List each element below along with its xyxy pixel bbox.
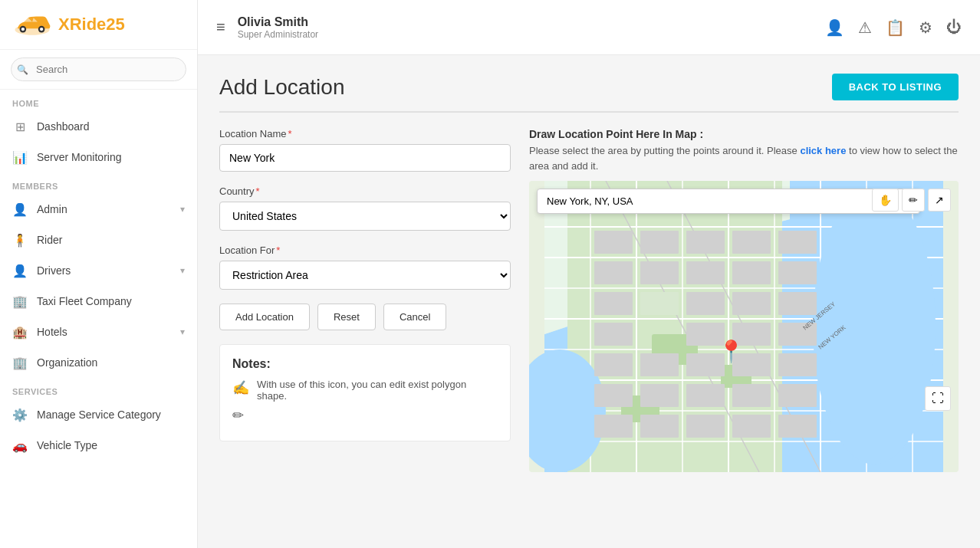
sidebar-item-dashboard[interactable]: ⊞ Dashboard [0, 111, 197, 142]
svg-rect-58 [640, 384, 679, 407]
svg-rect-36 [640, 261, 679, 284]
sidebar-item-label: Dashboard [37, 120, 90, 133]
menu-icon[interactable]: ≡ [216, 18, 225, 36]
sidebar-item-label: Organization [37, 356, 97, 369]
svg-rect-37 [594, 292, 633, 315]
cancel-button[interactable]: Cancel [383, 304, 446, 330]
location-for-label: Location For* [219, 244, 511, 256]
sidebar-item-manage-service-category[interactable]: ⚙️ Manage Service Category [0, 399, 197, 430]
svg-rect-46 [732, 292, 771, 315]
required-mark: * [276, 244, 280, 256]
svg-rect-56 [778, 353, 817, 376]
map-background: NEW JERSEY NEW YORK [529, 181, 959, 472]
search-input[interactable] [11, 57, 186, 81]
section-label-home: HOME [0, 90, 197, 111]
sidebar-item-vehicle-type[interactable]: 🚗 Vehicle Type [0, 430, 197, 461]
map-header: Draw Location Point Here In Map : [529, 128, 959, 140]
page-content: Add Location BACK TO LISTING Location Na… [198, 55, 980, 548]
map-search-area [537, 189, 920, 214]
location-for-group: Location For* Restriction Area Service A… [219, 244, 511, 290]
svg-rect-59 [686, 384, 725, 407]
svg-rect-44 [594, 323, 633, 346]
sidebar-item-taxi-fleet[interactable]: 🏢 Taxi Fleet Company [0, 286, 197, 317]
vehicle-type-icon: 🚗 [12, 438, 28, 453]
svg-point-4 [40, 28, 43, 31]
sidebar-item-organization[interactable]: 🏢 Organization [0, 347, 197, 378]
country-group: Country* United States Canada United Kin… [219, 185, 511, 231]
admin-icon: 👤 [12, 202, 28, 217]
back-to-listing-button[interactable]: BACK TO LISTING [832, 74, 959, 100]
sidebar-item-label: Rider [37, 234, 62, 246]
line-tool-button[interactable]: ↗ [928, 189, 951, 212]
profile-icon[interactable]: 👤 [825, 18, 844, 37]
sidebar-item-label: Vehicle Type [37, 439, 97, 451]
svg-rect-51 [594, 353, 633, 376]
taxi-fleet-icon: 🏢 [12, 294, 28, 309]
dashboard-icon: ⊞ [12, 119, 28, 134]
location-for-select[interactable]: Restriction Area Service Area Pickup Are… [219, 261, 511, 290]
click-here-link[interactable]: click here [800, 145, 846, 156]
fullscreen-button[interactable]: ⛶ [925, 386, 951, 411]
svg-rect-49 [778, 292, 817, 315]
svg-rect-61 [778, 384, 817, 407]
svg-rect-40 [732, 261, 771, 284]
required-mark: * [288, 128, 291, 139]
svg-rect-43 [732, 231, 771, 254]
map-tool-buttons: ✋ ✏ ↗ [872, 189, 951, 212]
user-name: Olivia Smith [238, 15, 813, 29]
form-panel: Location Name* Country* United States Ca… [219, 128, 511, 472]
sidebar-item-label: Drivers [37, 264, 71, 277]
map-subtext: Please select the area by putting the po… [529, 143, 959, 173]
svg-rect-41 [778, 231, 817, 254]
draw-icon: ✏ [232, 407, 244, 424]
sidebar-item-label: Admin [37, 203, 67, 215]
notes-item-0: ✍ With use of this icon, you can edit ex… [232, 379, 498, 402]
sidebar-item-drivers[interactable]: 👤 Drivers ▾ [0, 255, 197, 286]
user-role: Super Administrator [238, 29, 813, 40]
drivers-icon: 👤 [12, 263, 28, 278]
svg-rect-38 [640, 292, 679, 315]
polygon-tool-button[interactable]: ✏ [902, 189, 925, 212]
sidebar-item-admin[interactable]: 👤 Admin ▾ [0, 194, 197, 225]
sidebar-item-rider[interactable]: 🧍 Rider [0, 225, 197, 255]
sidebar-item-server-monitoring[interactable]: 📊 Server Monitoring [0, 142, 197, 172]
logo-icon [12, 11, 52, 38]
server-icon: 📊 [12, 149, 28, 165]
svg-rect-62 [640, 415, 679, 438]
add-location-button[interactable]: Add Location [219, 304, 310, 330]
hand-tool-button[interactable]: ✋ [872, 189, 899, 212]
sidebar: XRide25 HOME ⊞ Dashboard 📊 Server Monito… [0, 0, 198, 548]
location-name-label: Location Name* [219, 128, 511, 139]
map-search-input[interactable] [537, 189, 920, 214]
edit-polygon-icon: ✍ [232, 379, 249, 396]
sidebar-item-label: Taxi Fleet Company [37, 295, 132, 307]
page-header: Add Location BACK TO LISTING [219, 74, 959, 113]
logo: XRide25 [0, 0, 197, 50]
sidebar-search-area [0, 50, 197, 90]
section-label-members: MEMBERS [0, 172, 197, 194]
sidebar-item-label: Hotels [37, 326, 67, 338]
svg-rect-35 [594, 261, 633, 284]
rider-icon: 🧍 [12, 232, 28, 248]
required-mark: * [256, 185, 260, 197]
reset-button[interactable]: Reset [317, 304, 376, 330]
notes-text-0: With use of this icon, you can edit exis… [257, 379, 498, 402]
svg-rect-65 [778, 415, 817, 438]
chevron-down-icon: ▾ [180, 204, 185, 215]
location-name-group: Location Name* [219, 128, 511, 172]
power-icon[interactable]: ⏻ [946, 18, 962, 36]
svg-rect-42 [778, 261, 817, 284]
alert-icon[interactable]: ⚠ [858, 18, 872, 37]
service-cat-icon: ⚙️ [12, 407, 28, 422]
country-label: Country* [219, 185, 511, 197]
sidebar-item-hotels[interactable]: 🏨 Hotels ▾ [0, 317, 197, 347]
clipboard-icon[interactable]: 📋 [886, 18, 905, 37]
main-area: ≡ Olivia Smith Super Administrator 👤 ⚠ 📋… [198, 0, 980, 548]
topbar-user-info: Olivia Smith Super Administrator [238, 15, 813, 40]
country-select[interactable]: United States Canada United Kingdom Aust… [219, 202, 511, 231]
location-name-input[interactable] [219, 144, 511, 172]
section-label-services: SERVICES [0, 378, 197, 399]
settings-icon[interactable]: ⚙ [919, 18, 932, 37]
notes-panel: Notes: ✍ With use of this icon, you can … [219, 344, 511, 441]
form-buttons: Add Location Reset Cancel [219, 304, 511, 330]
